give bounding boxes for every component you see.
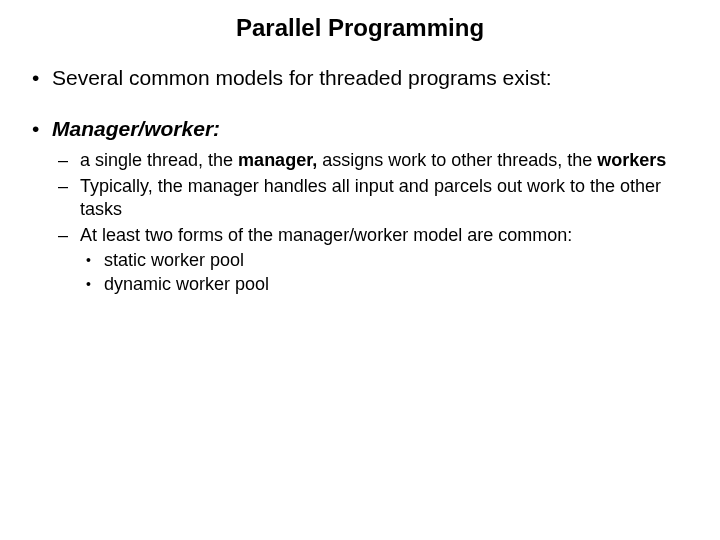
- bullet-text: Manager/worker:: [52, 117, 220, 140]
- bullet-item: At least two forms of the manager/worker…: [52, 224, 692, 296]
- bullet-text-bold: manager,: [238, 150, 317, 170]
- bullet-text: static worker pool: [104, 250, 244, 270]
- bullet-text-part: a single thread, the: [80, 150, 238, 170]
- bullet-text-bold: workers: [597, 150, 666, 170]
- bullet-list-level3: static worker pool dynamic worker pool: [80, 249, 692, 296]
- bullet-text: Typically, the manager handles all input…: [80, 176, 661, 219]
- bullet-text: At least two forms of the manager/worker…: [80, 225, 572, 245]
- bullet-item: static worker pool: [80, 249, 692, 272]
- bullet-list-level1: Several common models for threaded progr…: [28, 64, 692, 296]
- bullet-text: Several common models for threaded progr…: [52, 66, 552, 89]
- bullet-item: a single thread, the manager, assigns wo…: [52, 149, 692, 172]
- bullet-text: dynamic worker pool: [104, 274, 269, 294]
- bullet-text-part: assigns work to other threads, the: [317, 150, 597, 170]
- slide: Parallel Programming Several common mode…: [0, 0, 720, 540]
- slide-title: Parallel Programming: [28, 14, 692, 42]
- bullet-item: Several common models for threaded progr…: [28, 64, 692, 91]
- bullet-item: dynamic worker pool: [80, 273, 692, 296]
- bullet-item: Typically, the manager handles all input…: [52, 175, 692, 220]
- bullet-list-level2: a single thread, the manager, assigns wo…: [52, 149, 692, 296]
- bullet-item: Manager/worker: a single thread, the man…: [28, 115, 692, 295]
